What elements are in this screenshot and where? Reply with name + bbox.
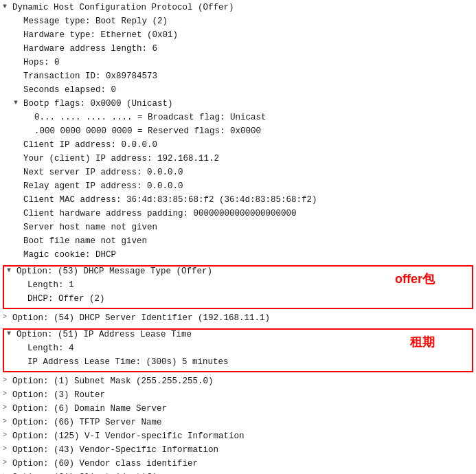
hw-type-line[interactable]: Hardware type: Ethernet (0x01) (0, 29, 476, 43)
opt6-text: Option: (6) Domain Name Server (12, 403, 473, 416)
spacer (14, 207, 23, 218)
dhcp-root-line[interactable]: ▼ Dynamic Host Configuration Protocol (O… (0, 1, 476, 15)
magic-cookie-line[interactable]: Magic cookie: DHCP (0, 249, 476, 262)
boot-file-text: Boot file name not given (23, 235, 473, 248)
bootp-flag2-text: .000 0000 0000 0000 = Reserved flags: 0x… (34, 125, 473, 138)
magic-cookie-text: Magic cookie: DHCP (23, 249, 473, 262)
spacer (14, 29, 23, 40)
client-ip-line[interactable]: Client IP address: 0.0.0.0 (0, 139, 476, 153)
spacer (14, 15, 23, 26)
dhcp-root-text: Dynamic Host Configuration Protocol (Off… (12, 1, 473, 14)
opt51-len-text: Length: 4 (27, 343, 469, 353)
opt51-root-text: Option: (51) IP Address Lease Time (16, 330, 469, 339)
tx-id-text: Transaction ID: 0x89784573 (23, 70, 473, 83)
msg-type-text: Message type: Boot Reply (2) (23, 15, 473, 28)
opt3-expand-icon[interactable]: > (3, 389, 12, 400)
your-ip-text: Your (client) IP address: 192.168.11.2 (23, 153, 473, 166)
spacer (14, 166, 23, 177)
spacer (18, 343, 27, 351)
spacer (14, 249, 23, 260)
hw-type-text: Hardware type: Ethernet (0x01) (23, 29, 473, 42)
spacer (25, 125, 34, 136)
offer-annotation: offer包 (395, 271, 435, 287)
spacer (14, 56, 23, 67)
spacer (14, 180, 23, 191)
hops-line[interactable]: Hops: 0 (0, 56, 476, 70)
opt54-text: Option: (54) DHCP Server Identifier (192… (12, 312, 473, 325)
spacer (14, 221, 23, 232)
opt3-line[interactable]: > Option: (3) Router (0, 389, 476, 403)
hops-text: Hops: 0 (23, 56, 473, 69)
bootp-flag1-text: 0... .... .... .... = Broadcast flag: Un… (34, 111, 473, 124)
opt61-expand-icon[interactable]: > (3, 471, 12, 474)
bootp-flags-line[interactable]: ▼ Bootp flags: 0x0000 (Unicast) (0, 98, 476, 111)
opt43-line[interactable]: > Option: (43) Vendor-Specific Informati… (0, 444, 476, 458)
server-host-line[interactable]: Server host name not given (0, 221, 476, 235)
server-host-text: Server host name not given (23, 221, 473, 234)
sec-line[interactable]: Seconds elapsed: 0 (0, 84, 476, 98)
bootp-flags-text: Bootp flags: 0x0000 (Unicast) (23, 98, 473, 111)
opt61-line[interactable]: > Option: (61) Client identifier (0, 471, 476, 474)
spacer (14, 84, 23, 95)
spacer (14, 43, 23, 54)
spacer (14, 235, 23, 246)
next-ip-line[interactable]: Next server IP address: 0.0.0.0 (0, 166, 476, 180)
spacer (18, 280, 27, 288)
spacer (14, 139, 23, 150)
relay-ip-line[interactable]: Relay agent IP address: 0.0.0.0 (0, 180, 476, 194)
opt1-expand-icon[interactable]: > (3, 375, 12, 386)
opt43-expand-icon[interactable]: > (3, 444, 12, 455)
opt60-text: Option: (60) Vendor class identifier (12, 458, 473, 471)
opt125-text: Option: (125) V-I Vendor-specific Inform… (12, 430, 473, 443)
bootp-expand-icon[interactable]: ▼ (14, 98, 23, 109)
opt53-dhcp-line[interactable]: DHCP: Offer (2) (4, 294, 472, 308)
opt1-text: Option: (1) Subnet Mask (255.255.255.0) (12, 375, 473, 388)
spacer (14, 194, 23, 205)
opt66-text: Option: (66) TFTP Server Name (12, 416, 473, 429)
hw-len-text: Hardware address length: 6 (23, 43, 473, 56)
sec-text: Seconds elapsed: 0 (23, 84, 473, 97)
opt66-line[interactable]: > Option: (66) TFTP Server Name (0, 416, 476, 430)
opt51-len-line[interactable]: Length: 4 (4, 343, 472, 357)
boot-file-line[interactable]: Boot file name not given (0, 235, 476, 249)
opt51-val-line[interactable]: IP Address Lease Time: (300s) 5 minutes (4, 357, 472, 371)
opt125-expand-icon[interactable]: > (3, 430, 12, 441)
opt53-dhcp-text: DHCP: Offer (2) (27, 294, 469, 304)
expand-icon[interactable]: ▼ (3, 1, 12, 12)
opt54-line[interactable]: > Option: (54) DHCP Server Identifier (1… (0, 312, 476, 326)
client-mac-text: Client MAC address: 36:4d:83:85:68:f2 (3… (23, 194, 473, 207)
option51-box: ▼ Option: (51) IP Address Lease Time Len… (3, 328, 473, 372)
bootp-flag2-line[interactable]: .000 0000 0000 0000 = Reserved flags: 0x… (0, 125, 476, 139)
opt1-line[interactable]: > Option: (1) Subnet Mask (255.255.255.0… (0, 375, 476, 389)
spacer (25, 111, 34, 122)
opt51-root-line[interactable]: ▼ Option: (51) IP Address Lease Time (4, 330, 472, 343)
your-ip-line[interactable]: Your (client) IP address: 192.168.11.2 (0, 153, 476, 166)
opt60-expand-icon[interactable]: > (3, 458, 12, 469)
bootp-flag1-line[interactable]: 0... .... .... .... = Broadcast flag: Un… (0, 111, 476, 125)
opt51-val-text: IP Address Lease Time: (300s) 5 minutes (27, 357, 469, 367)
spacer (18, 357, 27, 365)
opt53-expand-icon[interactable]: ▼ (7, 267, 16, 274)
client-ip-text: Client IP address: 0.0.0.0 (23, 139, 473, 152)
opt54-expand-icon[interactable]: > (3, 312, 12, 323)
spacer (14, 153, 23, 163)
spacer (14, 70, 23, 81)
opt61-text: Option: (61) Client identifier (12, 471, 473, 474)
opt43-text: Option: (43) Vendor-Specific Information (12, 444, 473, 457)
tx-id-line[interactable]: Transaction ID: 0x89784573 (0, 70, 476, 84)
opt51-expand-icon[interactable]: ▼ (7, 330, 16, 337)
lease-annotation: 租期 (410, 334, 435, 350)
opt6-line[interactable]: > Option: (6) Domain Name Server (0, 403, 476, 416)
hw-pad-text: Client hardware address padding: 0000000… (23, 207, 473, 221)
hw-pad-line[interactable]: Client hardware address padding: 0000000… (0, 207, 476, 221)
next-ip-text: Next server IP address: 0.0.0.0 (23, 166, 473, 179)
opt66-expand-icon[interactable]: > (3, 416, 12, 427)
opt3-text: Option: (3) Router (12, 389, 473, 402)
relay-ip-text: Relay agent IP address: 0.0.0.0 (23, 180, 473, 193)
opt125-line[interactable]: > Option: (125) V-I Vendor-specific Info… (0, 430, 476, 444)
msg-type-line[interactable]: Message type: Boot Reply (2) (0, 15, 476, 29)
opt60-line[interactable]: > Option: (60) Vendor class identifier (0, 458, 476, 471)
opt6-expand-icon[interactable]: > (3, 403, 12, 414)
client-mac-line[interactable]: Client MAC address: 36:4d:83:85:68:f2 (3… (0, 194, 476, 207)
hw-len-line[interactable]: Hardware address length: 6 (0, 43, 476, 56)
